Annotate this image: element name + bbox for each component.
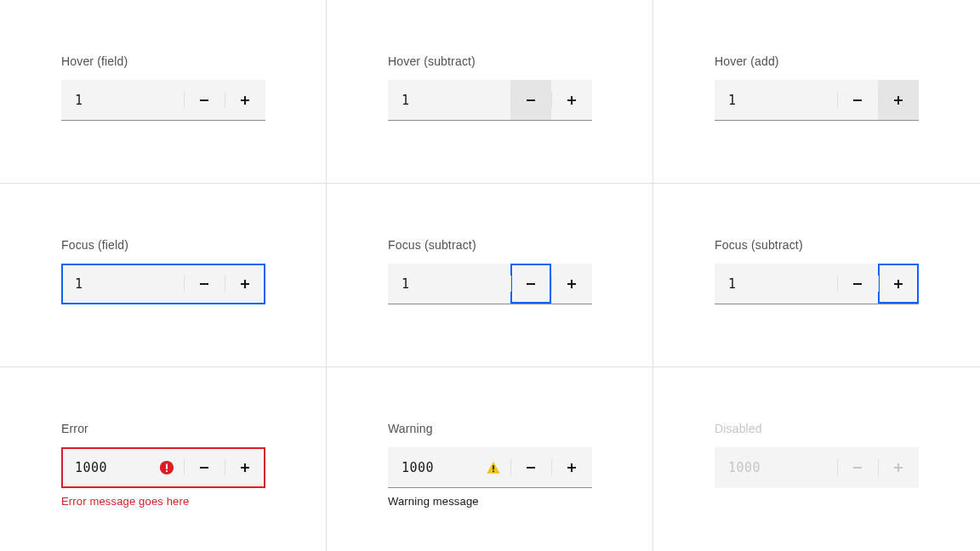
number-input[interactable]: 1 [715,80,919,121]
example-cell: Warning1000Warning message [327,367,653,551]
example-cell: Error1000Error message goes here [0,367,327,551]
plus-icon [892,94,905,107]
state-label: Error [61,422,326,435]
number-input-value[interactable]: 1 [388,264,510,304]
plus-icon [238,461,252,474]
plus-icon [238,277,252,291]
increment-button[interactable] [551,264,592,304]
number-input[interactable]: 1 [388,80,592,121]
number-input[interactable]: 1000 [388,447,592,488]
decrement-button[interactable] [510,264,551,304]
minus-icon [524,461,538,474]
minus-icon [524,277,538,291]
minus-icon [851,277,864,291]
example-cell: Hover (add)1 [653,0,980,184]
increment-button[interactable] [225,447,265,487]
minus-icon [197,461,211,474]
decrement-button[interactable] [510,80,551,120]
state-label: Disabled [715,422,980,435]
helper-text: Warning message [388,495,652,508]
state-label: Focus (field) [61,238,326,252]
example-cell: Hover (field)1 [0,0,327,184]
state-label: Warning [388,422,652,435]
plus-icon [565,94,578,107]
state-label: Focus (subtract) [715,238,980,252]
example-cell: Hover (subtract)1 [327,0,653,184]
decrement-button[interactable] [837,80,878,120]
helper-text: Error message goes here [61,495,326,508]
number-input[interactable]: 1 [388,264,592,304]
number-input[interactable]: 1000 [61,447,265,488]
number-input-value[interactable]: 1 [61,264,184,304]
number-input-value: 1000 [715,447,837,488]
number-input-value[interactable]: 1 [715,264,837,304]
decrement-button[interactable] [510,447,551,487]
decrement-button[interactable] [184,264,225,304]
plus-icon [565,461,578,474]
increment-button[interactable] [551,447,592,487]
example-cell: Focus (field)1 [0,184,327,367]
minus-icon [851,94,864,107]
number-input-value[interactable]: 1 [715,80,837,120]
plus-icon [565,277,578,291]
number-input[interactable]: 1 [715,264,919,304]
increment-button[interactable] [225,80,265,120]
plus-icon [238,94,252,107]
minus-icon [197,277,211,291]
increment-button[interactable] [878,264,919,304]
increment-button[interactable] [551,80,592,120]
svg-rect-2 [166,470,168,472]
example-cell: Focus (subtract)1 [327,184,653,367]
plus-icon [892,277,905,291]
plus-icon [892,461,905,474]
number-input-value[interactable]: 1 [61,80,184,120]
warning-icon [476,447,510,487]
increment-button[interactable] [878,80,919,120]
minus-icon [851,461,864,474]
number-input[interactable]: 1 [61,264,265,304]
decrement-button[interactable] [184,80,225,120]
decrement-button[interactable] [837,264,878,304]
svg-rect-3 [493,465,494,469]
minus-icon [197,94,211,107]
example-cell: Focus (subtract)1 [653,184,980,367]
increment-button[interactable] [225,264,265,304]
error-icon [150,447,184,487]
minus-icon [524,94,538,107]
number-input: 1000 [715,447,919,488]
number-input[interactable]: 1 [61,80,265,121]
increment-button [878,447,919,488]
state-label: Hover (add) [715,54,980,68]
state-label: Focus (subtract) [388,238,652,252]
state-label: Hover (field) [61,54,326,68]
state-label: Hover (subtract) [388,54,652,68]
example-cell: Disabled1000 [653,367,980,551]
decrement-button [837,447,878,488]
number-input-value[interactable]: 1000 [388,447,476,487]
number-input-value[interactable]: 1 [388,80,510,120]
svg-rect-1 [166,463,168,469]
number-input-value[interactable]: 1000 [61,447,150,487]
decrement-button[interactable] [184,447,225,487]
svg-rect-4 [493,470,494,472]
